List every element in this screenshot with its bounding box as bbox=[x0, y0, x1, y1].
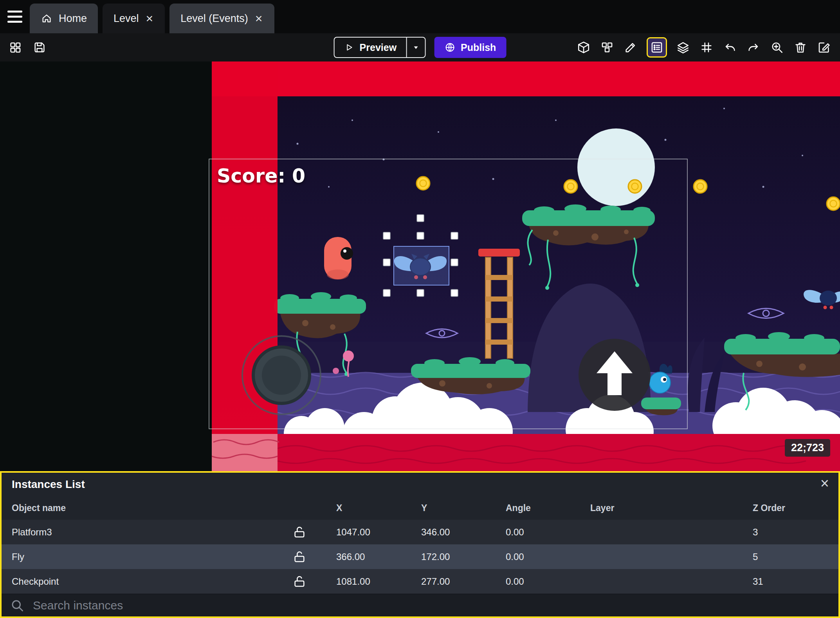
instances-list-panel: Instances List × Object name X Y Angle L… bbox=[0, 471, 840, 618]
col-x: X bbox=[336, 503, 342, 513]
instances-list-icon[interactable] bbox=[649, 40, 664, 55]
close-tab-icon[interactable]: × bbox=[254, 12, 263, 25]
play-icon bbox=[344, 42, 354, 52]
trash-icon[interactable] bbox=[793, 40, 808, 55]
preview-button[interactable]: Preview bbox=[334, 37, 426, 58]
red-vertical-stripe bbox=[212, 61, 278, 471]
tab-label: Level (Events) bbox=[180, 13, 248, 25]
moon[interactable] bbox=[577, 128, 655, 206]
objects-panel-icon[interactable] bbox=[576, 40, 591, 55]
red-bottom-band bbox=[278, 434, 840, 471]
joystick-control[interactable] bbox=[242, 336, 321, 414]
table-header: Object name X Y Angle Layer Z Order bbox=[2, 496, 838, 520]
properties-pencil-icon[interactable] bbox=[623, 40, 638, 55]
unlock-icon[interactable] bbox=[293, 575, 306, 588]
close-panel-icon[interactable]: × bbox=[820, 476, 829, 491]
zoom-in-icon[interactable] bbox=[770, 40, 784, 55]
scene-properties-icon[interactable] bbox=[817, 40, 831, 55]
score-text-object[interactable]: Score: 0 bbox=[217, 165, 305, 187]
tab-label: Level bbox=[114, 13, 139, 25]
publish-button[interactable]: Publish bbox=[434, 37, 506, 58]
preview-label: Preview bbox=[360, 42, 397, 53]
tab-bar: Home Level × Level (Events) × bbox=[0, 0, 840, 33]
tab-label: Home bbox=[59, 13, 87, 25]
save-icon[interactable] bbox=[32, 40, 47, 55]
col-z-order: Z Order bbox=[753, 503, 785, 513]
undo-icon[interactable] bbox=[723, 40, 737, 55]
tab-home[interactable]: Home bbox=[30, 4, 98, 33]
col-y: Y bbox=[421, 503, 427, 513]
menu-icon[interactable] bbox=[0, 0, 30, 33]
unlock-icon[interactable] bbox=[293, 550, 306, 564]
instance-row-platform3[interactable]: Platform3 1047.00 346.00 0.00 3 bbox=[2, 520, 838, 544]
close-tab-icon[interactable]: × bbox=[145, 12, 154, 25]
panel-title: Instances List bbox=[12, 478, 85, 491]
home-icon bbox=[41, 13, 52, 24]
instances-list-highlight bbox=[647, 37, 667, 58]
search-icon bbox=[10, 598, 24, 613]
grid-icon[interactable] bbox=[699, 40, 714, 55]
unlock-icon[interactable] bbox=[293, 526, 306, 539]
globe-icon bbox=[444, 42, 455, 53]
tab-level[interactable]: Level × bbox=[103, 4, 165, 33]
col-object-name: Object name bbox=[12, 503, 66, 513]
instance-row-fly[interactable]: Fly 366.00 172.00 0.00 5 bbox=[2, 544, 838, 569]
jump-button[interactable] bbox=[579, 339, 651, 411]
col-layer: Layer bbox=[590, 503, 614, 513]
layers-icon[interactable] bbox=[676, 40, 690, 55]
col-angle: Angle bbox=[506, 503, 531, 513]
scene-editor-canvas[interactable]: Score: 0 22;723 bbox=[0, 61, 840, 471]
preview-dropdown-icon[interactable] bbox=[407, 38, 425, 57]
cursor-coordinates-badge: 22;723 bbox=[785, 439, 830, 457]
object-groups-icon[interactable] bbox=[600, 40, 615, 55]
search-instances-input[interactable] bbox=[33, 599, 838, 612]
instance-row-checkpoint[interactable]: Checkpoint 1081.00 277.00 0.00 31 bbox=[2, 569, 838, 594]
redo-icon[interactable] bbox=[746, 40, 761, 55]
player-character[interactable] bbox=[324, 237, 353, 280]
tab-level-events[interactable]: Level (Events) × bbox=[169, 4, 274, 33]
rotation-handle[interactable] bbox=[417, 215, 424, 222]
search-bar bbox=[2, 594, 838, 616]
app-window: Home Level × Level (Events) × bbox=[0, 0, 840, 618]
publish-label: Publish bbox=[461, 42, 496, 53]
red-top-band bbox=[212, 61, 840, 96]
project-manager-icon[interactable] bbox=[8, 40, 23, 55]
editor-toolbar: Preview Publish bbox=[0, 33, 840, 61]
